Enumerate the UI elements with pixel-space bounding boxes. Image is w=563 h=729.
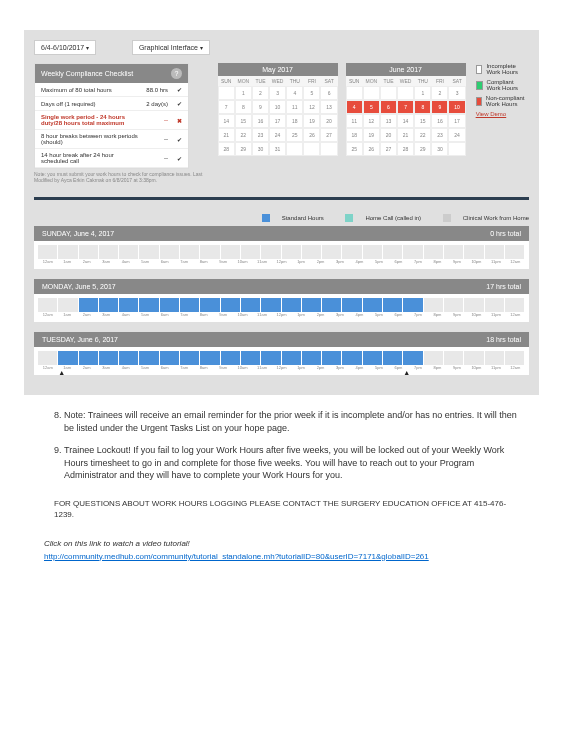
calendar-day[interactable]: 10 bbox=[448, 100, 465, 114]
calendar-day[interactable] bbox=[397, 86, 414, 100]
hour-block[interactable] bbox=[221, 351, 241, 365]
hour-block[interactable] bbox=[241, 245, 261, 259]
hour-block[interactable] bbox=[485, 298, 505, 312]
hour-block[interactable] bbox=[139, 298, 159, 312]
calendar-day[interactable]: 15 bbox=[414, 114, 431, 128]
calendar-day[interactable]: 4 bbox=[286, 86, 303, 100]
view-mode-select[interactable]: Graphical Interface bbox=[132, 40, 210, 55]
hour-block[interactable] bbox=[119, 245, 139, 259]
calendar-day[interactable]: 19 bbox=[363, 128, 380, 142]
hour-block[interactable] bbox=[464, 245, 484, 259]
calendar-day[interactable]: 8 bbox=[235, 100, 252, 114]
hour-block[interactable] bbox=[180, 245, 200, 259]
hour-block[interactable] bbox=[99, 245, 119, 259]
calendar-day[interactable]: 20 bbox=[320, 114, 337, 128]
hour-block[interactable] bbox=[322, 351, 342, 365]
hour-block[interactable] bbox=[139, 245, 159, 259]
hour-block[interactable] bbox=[444, 298, 464, 312]
calendar-day[interactable]: 21 bbox=[397, 128, 414, 142]
hour-block[interactable] bbox=[99, 351, 119, 365]
hour-block[interactable] bbox=[302, 245, 322, 259]
calendar-day[interactable] bbox=[303, 142, 320, 156]
hour-block[interactable] bbox=[79, 351, 99, 365]
hour-block[interactable] bbox=[342, 298, 362, 312]
calendar-day[interactable]: 13 bbox=[320, 100, 337, 114]
hour-block[interactable] bbox=[79, 245, 99, 259]
calendar-day[interactable]: 23 bbox=[252, 128, 269, 142]
calendar-day[interactable]: 11 bbox=[346, 114, 363, 128]
hour-block[interactable] bbox=[58, 351, 78, 365]
calendar-day[interactable]: 28 bbox=[218, 142, 235, 156]
hour-block[interactable] bbox=[505, 298, 525, 312]
calendar-day[interactable]: 31 bbox=[269, 142, 286, 156]
calendar-day[interactable]: 1 bbox=[235, 86, 252, 100]
hour-block[interactable] bbox=[119, 298, 139, 312]
calendar-day[interactable]: 13 bbox=[380, 114, 397, 128]
hour-block[interactable] bbox=[505, 351, 525, 365]
hour-block[interactable] bbox=[221, 298, 241, 312]
view-demo-link[interactable]: View Demo bbox=[476, 111, 529, 117]
hour-block[interactable] bbox=[139, 351, 159, 365]
hour-block[interactable] bbox=[464, 298, 484, 312]
hour-block[interactable] bbox=[444, 351, 464, 365]
calendar-day[interactable]: 24 bbox=[269, 128, 286, 142]
calendar-day[interactable] bbox=[320, 142, 337, 156]
hour-block[interactable] bbox=[403, 298, 423, 312]
calendar-day[interactable]: 9 bbox=[431, 100, 448, 114]
calendar-day[interactable]: 5 bbox=[303, 86, 320, 100]
calendar-day[interactable] bbox=[448, 142, 465, 156]
hour-block[interactable] bbox=[363, 298, 383, 312]
calendar-day[interactable]: 2 bbox=[431, 86, 448, 100]
hour-block[interactable] bbox=[505, 245, 525, 259]
calendar-day[interactable]: 21 bbox=[218, 128, 235, 142]
calendar-day[interactable]: 29 bbox=[235, 142, 252, 156]
calendar-day[interactable]: 7 bbox=[218, 100, 235, 114]
hour-block[interactable] bbox=[200, 298, 220, 312]
hour-block[interactable] bbox=[464, 351, 484, 365]
calendar-day[interactable]: 23 bbox=[431, 128, 448, 142]
hour-block[interactable] bbox=[261, 351, 281, 365]
calendar-day[interactable]: 25 bbox=[286, 128, 303, 142]
hour-block[interactable] bbox=[38, 245, 58, 259]
hour-block[interactable] bbox=[424, 351, 444, 365]
hour-block[interactable] bbox=[261, 245, 281, 259]
hour-block[interactable] bbox=[383, 351, 403, 365]
calendar-day[interactable]: 17 bbox=[448, 114, 465, 128]
calendar-day[interactable]: 16 bbox=[431, 114, 448, 128]
calendar-day[interactable]: 2 bbox=[252, 86, 269, 100]
hour-block[interactable] bbox=[302, 351, 322, 365]
calendar-day[interactable]: 18 bbox=[346, 128, 363, 142]
help-icon[interactable]: ? bbox=[171, 68, 182, 79]
hour-block[interactable] bbox=[200, 351, 220, 365]
hour-block[interactable] bbox=[261, 298, 281, 312]
hour-block[interactable] bbox=[221, 245, 241, 259]
hour-block[interactable] bbox=[160, 351, 180, 365]
calendar-day[interactable]: 30 bbox=[431, 142, 448, 156]
calendar-day[interactable]: 27 bbox=[380, 142, 397, 156]
hour-block[interactable] bbox=[119, 351, 139, 365]
hour-block[interactable] bbox=[180, 298, 200, 312]
calendar-day[interactable]: 27 bbox=[320, 128, 337, 142]
hour-block[interactable] bbox=[383, 245, 403, 259]
calendar-day[interactable]: 22 bbox=[414, 128, 431, 142]
calendar-day[interactable]: 5 bbox=[363, 100, 380, 114]
calendar-day[interactable]: 15 bbox=[235, 114, 252, 128]
calendar-day[interactable]: 11 bbox=[286, 100, 303, 114]
calendar-day[interactable]: 29 bbox=[414, 142, 431, 156]
hour-block[interactable] bbox=[38, 298, 58, 312]
calendar-day[interactable]: 28 bbox=[397, 142, 414, 156]
calendar-day[interactable]: 26 bbox=[363, 142, 380, 156]
warning-icon[interactable]: ▲ bbox=[58, 369, 65, 376]
calendar-day[interactable]: 8 bbox=[414, 100, 431, 114]
calendar-day[interactable]: 7 bbox=[397, 100, 414, 114]
hour-block[interactable] bbox=[322, 298, 342, 312]
hour-block[interactable] bbox=[160, 298, 180, 312]
calendar-day[interactable] bbox=[218, 86, 235, 100]
hour-block[interactable] bbox=[403, 351, 423, 365]
calendar-day[interactable]: 19 bbox=[303, 114, 320, 128]
calendar-day[interactable]: 3 bbox=[448, 86, 465, 100]
calendar-day[interactable]: 26 bbox=[303, 128, 320, 142]
calendar-day[interactable]: 24 bbox=[448, 128, 465, 142]
calendar-day[interactable]: 14 bbox=[218, 114, 235, 128]
hour-block[interactable] bbox=[282, 351, 302, 365]
